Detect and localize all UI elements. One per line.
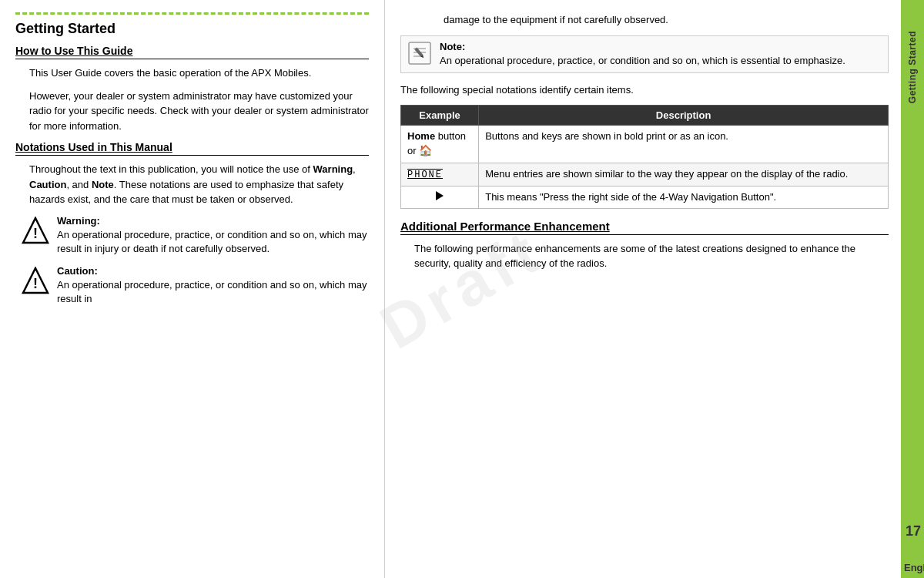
table-row: PHONE Menu entries are shown similar to … [401,163,889,186]
note-title: Note: [440,41,845,52]
warning-icon: ! [22,217,49,244]
table-cell-desc-2: Menu entries are shown similar to the wa… [479,163,889,186]
warning-title: Warning: [57,215,369,227]
note-body: An operational procedure, practice, or c… [440,54,845,68]
left-column: Getting Started How to Use This Guide Th… [0,0,385,578]
section-title: Getting Started [15,21,369,37]
svg-text:!: ! [33,276,38,291]
warning-content: Warning: An operational procedure, pract… [57,215,369,256]
warning-box: ! Warning: An operational procedure, pra… [22,215,369,256]
note-box: Note: An operational procedure, practice… [400,35,889,73]
notations-title: Notations Used in This Manual [15,141,369,156]
note-icon [407,41,432,66]
additional-body: The following performance enhancements a… [414,241,889,271]
top-dashed-border [15,12,369,15]
right-column: damage to the equipment if not carefully… [385,0,901,578]
caution-box: ! Caution: An operational procedure, pra… [22,265,369,306]
page-number: 17 [906,523,921,539]
side-tab: Getting Started 17 English [901,0,924,578]
caution-content: Caution: An operational procedure, pract… [57,265,369,306]
english-label: English [901,557,924,578]
warning-body: An operational procedure, practice, or c… [57,228,369,256]
home-bold-text: Home [407,130,435,142]
side-tab-label: Getting Started [907,31,918,103]
notations-table: Example Description Home button or 🏠 But… [400,105,889,209]
caution-title: Caution: [57,265,369,277]
table-cell-example-3 [401,186,479,208]
additional-title: Additional Performance Enhancement [400,220,889,235]
right-top: damage to the equipment if not carefully… [400,12,889,566]
svg-text:!: ! [33,226,38,241]
right-arrow-icon [436,191,444,200]
table-header-example: Example [401,106,479,126]
how-to-use-para2: However, your dealer or system administr… [29,89,369,134]
phone-text: PHONE [407,170,443,180]
notations-intro: Throughout the text in this publication,… [29,162,369,207]
home-icon: 🏠 [419,144,432,156]
table-cell-example-1: Home button or 🏠 [401,126,479,163]
table-cell-desc-1: Buttons and keys are shown in bold print… [479,126,889,163]
table-cell-desc-3: This means "Press the right side of the … [479,186,889,208]
caution-icon: ! [22,267,49,294]
table-header-description: Description [479,106,889,126]
how-to-use-title: How to Use This Guide [15,45,369,59]
caution-body: An operational procedure, practice, or c… [57,278,369,306]
table-row: This means "Press the right side of the … [401,186,889,208]
table-cell-example-2: PHONE [401,163,479,186]
how-to-use-para1: This User Guide covers the basic operati… [29,66,369,81]
table-row: Home button or 🏠 Buttons and keys are sh… [401,126,889,163]
table-intro: The following special notations identify… [400,82,889,98]
caution-continued: damage to the equipment if not carefully… [444,12,889,28]
note-content: Note: An operational procedure, practice… [440,41,845,68]
